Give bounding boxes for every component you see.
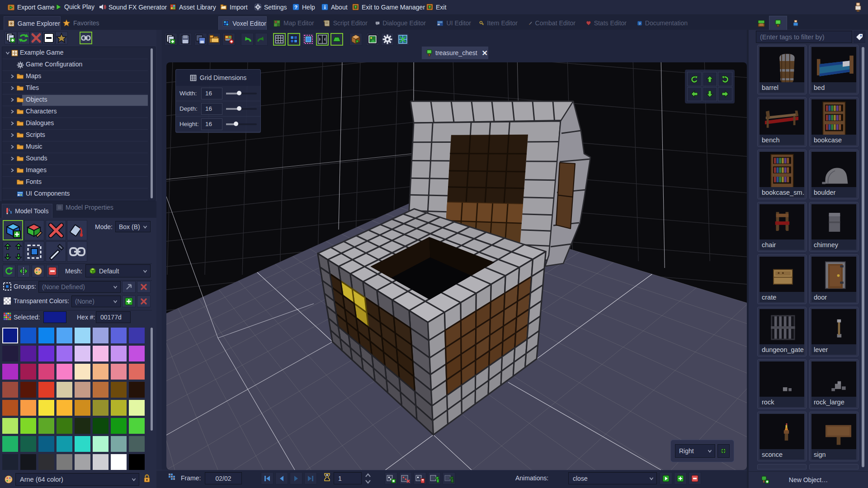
svg-text:?: ?	[638, 21, 641, 25]
svg-text:?: ?	[294, 5, 297, 10]
